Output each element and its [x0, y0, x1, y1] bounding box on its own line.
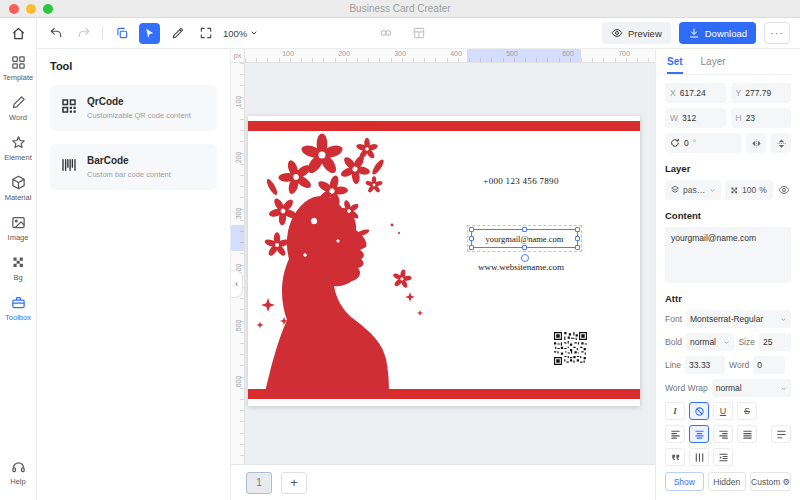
tab-set[interactable]: Set — [667, 56, 683, 74]
hidden-button[interactable]: Hidden — [708, 472, 747, 491]
redo-button[interactable] — [73, 23, 94, 44]
sidebar-item-label: Toolbox — [5, 313, 31, 322]
download-button[interactable]: Download — [679, 22, 756, 44]
indent-button[interactable] — [713, 448, 733, 466]
resize-handle-s[interactable] — [522, 245, 527, 250]
resize-handle-n[interactable] — [522, 227, 527, 232]
italic-button[interactable]: I — [665, 402, 685, 420]
width-field[interactable]: W 312 — [665, 108, 726, 128]
zoom-window-button[interactable] — [43, 4, 53, 14]
word-spacing-field[interactable]: 0 — [753, 356, 785, 374]
line-height-field[interactable]: 33.33 — [685, 356, 725, 374]
ruler-tick-label: 200 — [338, 50, 350, 57]
page-thumbnail-1[interactable]: 1 — [246, 472, 272, 494]
pen-tool-button[interactable] — [167, 23, 188, 44]
inspector-tabs: Set Layer — [665, 49, 791, 75]
show-button[interactable]: Show — [665, 472, 704, 491]
card-website-text[interactable]: www.websitename.com — [458, 262, 584, 272]
template-icon — [11, 55, 26, 70]
card-qr-code[interactable] — [554, 332, 587, 365]
zoom-select[interactable]: 100% — [223, 28, 258, 39]
minimize-window-button[interactable] — [26, 4, 36, 14]
preview-button[interactable]: Preview — [602, 22, 671, 44]
fit-screen-button[interactable] — [195, 23, 216, 44]
rotate-handle[interactable] — [521, 254, 529, 262]
resize-handle-se[interactable] — [575, 245, 580, 250]
help-button[interactable]: Help — [0, 452, 36, 492]
close-window-button[interactable] — [9, 4, 19, 14]
checkerboard-icon — [11, 255, 26, 270]
sidebar-item-element[interactable]: Element — [0, 128, 36, 168]
sidebar-item-toolbox[interactable]: Toolbox — [0, 288, 36, 328]
ruler-tick-label: 600 — [235, 373, 242, 391]
align-center-button[interactable] — [689, 425, 709, 443]
x-position-field[interactable]: X 617.24 — [665, 83, 726, 103]
sidebar-item-bg[interactable]: Bg — [0, 248, 36, 288]
chevron-down-icon — [723, 339, 730, 346]
underline-button[interactable]: U — [713, 402, 733, 420]
line-height-value: 33.33 — [689, 360, 710, 370]
align-right-button[interactable] — [713, 425, 733, 443]
tab-layer[interactable]: Layer — [701, 56, 726, 74]
resize-handle-ne[interactable] — [575, 227, 580, 232]
more-button[interactable]: ··· — [764, 22, 790, 44]
custom-button[interactable]: Custom ⚙ — [750, 472, 791, 491]
no-decoration-button[interactable] — [689, 402, 709, 420]
align-justify-button[interactable] — [737, 425, 757, 443]
resize-handle-e[interactable] — [575, 236, 580, 241]
flip-horizontal-button[interactable] — [746, 133, 766, 153]
font-weight-select[interactable]: normal — [686, 333, 734, 351]
horizontal-ruler: 100 200 300 400 500 600 700 — [245, 49, 655, 63]
resize-handle-nw[interactable] — [469, 227, 474, 232]
undo-button[interactable] — [45, 23, 66, 44]
tool-card-name: BarCode — [87, 155, 171, 166]
opacity-field[interactable]: 100 % — [725, 180, 773, 200]
combine-button[interactable] — [375, 23, 396, 44]
layer-section-title: Layer — [665, 163, 791, 174]
content-textarea[interactable]: yourgmail@name.com — [665, 227, 791, 283]
barcode-tool-card[interactable]: BarCode Custom bar code content — [50, 144, 217, 190]
flip-vertical-button[interactable] — [771, 133, 791, 153]
sidebar-item-label: Template — [3, 73, 33, 82]
qrcode-tool-card[interactable]: QrCode Customizable QR code content — [50, 85, 217, 131]
word-wrap-select[interactable]: normal — [712, 379, 791, 397]
strikethrough-button[interactable]: S — [737, 402, 757, 420]
height-field[interactable]: H 23 — [731, 108, 792, 128]
woman-silhouette-graphic[interactable] — [250, 129, 460, 397]
align-left-button[interactable] — [665, 425, 685, 443]
add-page-button[interactable]: + — [281, 472, 307, 494]
font-size-field[interactable]: 25 — [759, 333, 791, 351]
sidebar-item-word[interactable]: Word — [0, 88, 36, 128]
align-distribute-button[interactable] — [771, 425, 791, 443]
business-card-artboard[interactable]: +000 123 456 7890 www.websitename.com yo… — [248, 116, 640, 406]
selected-email-text[interactable]: yourgmail@name.com — [471, 229, 578, 248]
layout-button[interactable] — [408, 23, 429, 44]
x-value: 617.24 — [680, 88, 706, 98]
resize-handle-sw[interactable] — [469, 245, 474, 250]
sidebar-item-template[interactable]: Template — [0, 48, 36, 88]
home-button[interactable] — [11, 26, 26, 41]
font-family-select[interactable]: Montserrat-Regular — [686, 310, 791, 328]
card-phone-text[interactable]: +000 123 456 7890 — [458, 176, 584, 186]
word-spacing-value: 0 — [757, 360, 762, 370]
y-position-field[interactable]: Y 277.79 — [731, 83, 792, 103]
rotation-field[interactable]: 0 ° — [665, 133, 741, 153]
star-icon — [11, 135, 26, 150]
toolbar-right-group: Preview Download ··· — [602, 22, 790, 44]
quote-button[interactable] — [665, 448, 685, 466]
columns-button[interactable] — [689, 448, 709, 466]
resize-handle-w[interactable] — [469, 236, 474, 241]
help-label: Help — [10, 477, 25, 486]
collapse-panel-button[interactable]: ‹ — [231, 270, 243, 298]
canvas-viewport[interactable]: px 100 200 300 400 500 600 700 100 — [231, 49, 655, 464]
blend-mode-select[interactable]: pass-thro — [665, 180, 721, 200]
h-label: H — [736, 113, 742, 123]
left-rail: Template Word Element Material Image Bg … — [0, 18, 37, 500]
chevron-down-icon — [780, 385, 787, 392]
sidebar-item-material[interactable]: Material — [0, 168, 36, 208]
duplicate-button[interactable] — [111, 23, 132, 44]
sidebar-item-image[interactable]: Image — [0, 208, 36, 248]
ruler-tick-label: 300 — [394, 50, 406, 57]
visibility-toggle[interactable] — [777, 183, 791, 197]
select-tool-button[interactable] — [139, 23, 160, 44]
